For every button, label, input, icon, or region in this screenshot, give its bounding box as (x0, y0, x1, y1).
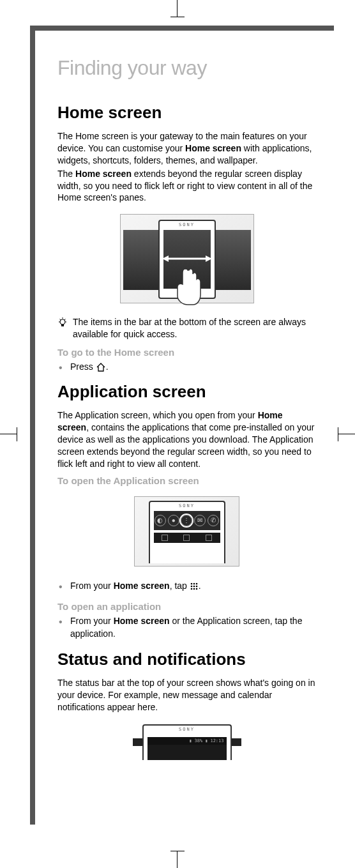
svg-point-13 (190, 586, 192, 588)
svg-point-15 (195, 586, 197, 588)
brand-label: SONY (179, 503, 195, 508)
figure-home-panes: SONY (120, 214, 254, 303)
text: The (57, 169, 75, 179)
app-para: The Application screen, which you open f… (57, 409, 316, 469)
text-bold: Home screen (114, 581, 170, 591)
signal-icon: ▮ (189, 738, 192, 743)
task-heading: To open an application (57, 601, 316, 612)
svg-marker-1 (162, 255, 169, 262)
text: . (199, 581, 201, 591)
svg-point-12 (195, 583, 197, 585)
home-nav-icon (183, 535, 190, 541)
svg-point-18 (195, 588, 197, 590)
status-time: 12:13 (210, 738, 223, 743)
step-item: From your Home screen or the Application… (66, 614, 316, 641)
home-para-1: The Home screen is your gateway to the m… (57, 130, 316, 167)
side-pane-left (123, 230, 158, 290)
status-para: The status bar at the top of your screen… (57, 677, 316, 713)
section-heading-home: Home screen (57, 103, 316, 123)
side-pane-right (216, 230, 251, 290)
text-bold: Home screen (185, 143, 241, 153)
figure-status-bar: SONY ▮ 38% ▮ 12:13 (133, 723, 241, 761)
phone-icon: ✆ (208, 515, 219, 526)
step-list: From your Home screen, tap . (57, 579, 316, 592)
step-list: Press . (57, 360, 316, 373)
text-bold: Home screen (75, 169, 132, 179)
svg-point-3 (60, 319, 65, 324)
figure-app-screen: SONY ◐ ● ⋮⋮⋮ ✉ ✆ (134, 496, 239, 567)
phone-screen (147, 745, 227, 760)
step-list: From your Home screen or the Application… (57, 614, 316, 641)
chapter-title: Finding your way (57, 56, 316, 80)
task-heading: To go to the Home screen (57, 347, 316, 358)
messaging-icon: ✉ (194, 515, 206, 526)
hand-icon (171, 268, 203, 306)
tip-text: The items in the bar at the bottom of th… (73, 316, 316, 340)
home-icon (96, 363, 106, 372)
text: The Application screen, which you open f… (57, 410, 258, 420)
content-column: Finding your way Home screen The Home sc… (57, 56, 316, 761)
svg-point-14 (193, 586, 195, 588)
tip-bulb-icon (57, 316, 68, 340)
tip-row: The items in the bar at the bottom of th… (57, 316, 316, 340)
step-item: From your Home screen, tap . (66, 579, 316, 592)
favorites-bar: ◐ ● ⋮⋮⋮ ✉ ✆ (154, 511, 220, 530)
app-shortcut-icon: ◐ (155, 515, 166, 526)
battery-percent: 38% (195, 738, 203, 743)
svg-point-17 (193, 588, 195, 590)
brand-label: SONY (179, 727, 195, 732)
phone-illustration: SONY ◐ ● ⋮⋮⋮ ✉ ✆ (149, 501, 225, 563)
task-heading: To open the Application screen (57, 475, 316, 486)
text: From your (70, 581, 114, 591)
svg-point-11 (193, 583, 195, 585)
section-heading-status: Status and notifications (57, 650, 316, 669)
svg-rect-4 (61, 324, 64, 326)
brand-label: SONY (179, 222, 195, 227)
phone-illustration: SONY ▮ 38% ▮ 12:13 (142, 724, 232, 760)
step-item: Press . (66, 360, 316, 373)
text: Press (70, 362, 96, 372)
text: From your (70, 616, 114, 626)
home-para-2: The Home screen extends beyond the regul… (57, 168, 316, 204)
svg-line-9 (64, 319, 66, 321)
flick-arrow-icon (162, 254, 212, 263)
apps-grid-icon (190, 582, 199, 591)
text: . (106, 362, 109, 372)
apps-launcher-icon: ⋮⋮⋮ (181, 515, 192, 526)
svg-line-8 (60, 319, 61, 321)
text-bold: Home screen (114, 616, 170, 626)
svg-point-16 (190, 588, 192, 590)
svg-marker-2 (206, 255, 212, 262)
battery-icon: ▮ (205, 738, 208, 743)
text: , tap (170, 581, 190, 591)
text: , contains the applications that come pr… (57, 422, 314, 469)
recent-nav-icon (206, 535, 212, 541)
page-frame: Finding your way Home screen The Home sc… (30, 26, 334, 825)
svg-point-10 (190, 583, 192, 585)
back-nav-icon (162, 535, 168, 541)
status-bar: ▮ 38% ▮ 12:13 (147, 737, 227, 745)
section-heading-app: Application screen (57, 382, 316, 402)
nav-bar (154, 533, 220, 543)
